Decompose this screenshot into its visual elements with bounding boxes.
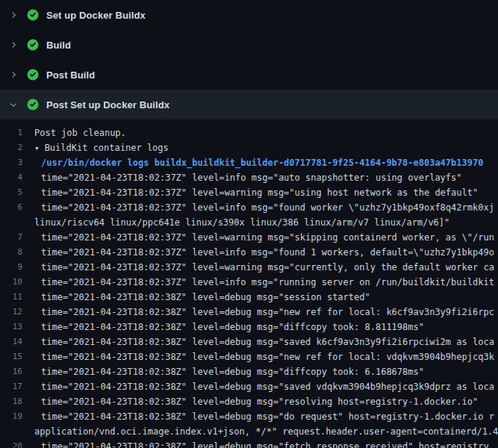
log-text: time="2021-04-23T18:02:37Z" level=info m…: [34, 170, 498, 185]
log-text: time="2021-04-23T18:02:38Z" level=debug …: [34, 335, 498, 349]
step-label: Build: [46, 40, 71, 51]
log-line: 9time="2021-04-23T18:02:37Z" level=warni…: [0, 260, 498, 275]
log-line: 18time="2021-04-23T18:02:38Z" level=debu…: [0, 394, 498, 409]
log-text: time="2021-04-23T18:02:38Z" level=debug …: [34, 290, 498, 305]
chevron-right-icon: [7, 39, 19, 51]
line-number[interactable]: 17: [0, 379, 34, 394]
line-number[interactable]: 15: [0, 349, 34, 364]
log-text: time="2021-04-23T18:02:37Z" level=info m…: [34, 200, 498, 215]
log-text: time="2021-04-23T18:02:38Z" level=debug …: [34, 379, 498, 394]
line-number[interactable]: 2: [0, 140, 34, 155]
log-line: 19time="2021-04-23T18:02:38Z" level=debu…: [0, 409, 498, 424]
group-label: BuildKit container logs: [45, 143, 169, 153]
line-number[interactable]: 18: [0, 394, 34, 409]
line-number[interactable]: 3: [0, 155, 34, 170]
log-line: 12time="2021-04-23T18:02:38Z" level=debu…: [0, 305, 498, 320]
step-header-post-set-up-docker-buildx[interactable]: Post Set up Docker Buildx: [0, 90, 498, 119]
log-line: application/vnd.oci.image.index.v1+json,…: [0, 424, 498, 439]
check-circle-icon: [27, 69, 39, 81]
log-command-text: /usr/bin/docker logs buildx_buildkit_bui…: [34, 155, 498, 170]
group-caret-icon: ▾: [34, 141, 40, 155]
line-number[interactable]: 1: [0, 125, 34, 140]
line-number[interactable]: 9: [0, 260, 34, 275]
log-text: time="2021-04-23T18:02:37Z" level=info m…: [34, 245, 498, 260]
log-group-toggle[interactable]: ▾BuildKit container logs: [34, 140, 498, 155]
check-circle-icon: [27, 9, 39, 21]
check-circle-icon: [27, 39, 39, 51]
line-number[interactable]: 10: [0, 275, 34, 290]
line-number[interactable]: 8: [0, 245, 34, 260]
log-line: 14time="2021-04-23T18:02:38Z" level=debu…: [0, 335, 498, 349]
log-text-wrap: linux/riscv64 linux/ppc641e linux/s390x …: [34, 215, 498, 230]
line-number: [0, 424, 34, 439]
log-line: 17time="2021-04-23T18:02:38Z" level=debu…: [0, 379, 498, 394]
line-number[interactable]: 19: [0, 409, 34, 424]
log-text-wrap: application/vnd.oci.image.index.v1+json,…: [34, 424, 498, 439]
log-line: 10time="2021-04-23T18:02:37Z" level=info…: [0, 275, 498, 290]
chevron-right-icon: [7, 9, 19, 21]
log-text: time="2021-04-23T18:02:38Z" level=debug …: [34, 439, 498, 448]
log-line: 7time="2021-04-23T18:02:37Z" level=warni…: [0, 230, 498, 245]
log-line: 2▾BuildKit container logs: [0, 140, 498, 155]
step-label: Set up Docker Buildx: [46, 10, 146, 21]
log-line: 16time="2021-04-23T18:02:38Z" level=debu…: [0, 364, 498, 379]
chevron-down-icon: [7, 99, 19, 111]
line-number[interactable]: 20: [0, 439, 34, 448]
log-line: 8time="2021-04-23T18:02:37Z" level=info …: [0, 245, 498, 260]
log-text: time="2021-04-23T18:02:37Z" level=info m…: [34, 275, 498, 290]
log-text: time="2021-04-23T18:02:38Z" level=debug …: [34, 409, 498, 424]
log-text: time="2021-04-23T18:02:38Z" level=debug …: [34, 364, 498, 379]
line-number[interactable]: 12: [0, 305, 34, 320]
log-line: 15time="2021-04-23T18:02:38Z" level=debu…: [0, 349, 498, 364]
line-number[interactable]: 16: [0, 364, 34, 379]
log-line: 6time="2021-04-23T18:02:37Z" level=info …: [0, 200, 498, 215]
step-header-post-build[interactable]: Post Build: [0, 60, 498, 90]
chevron-right-icon: [7, 69, 19, 81]
log-line: linux/riscv64 linux/ppc641e linux/s390x …: [0, 215, 498, 230]
log-line: 13time="2021-04-23T18:02:38Z" level=debu…: [0, 320, 498, 335]
log-text: time="2021-04-23T18:02:38Z" level=debug …: [34, 394, 498, 409]
check-circle-icon: [27, 99, 39, 111]
line-number: [0, 215, 34, 230]
line-number[interactable]: 7: [0, 230, 34, 245]
step-label: Post Set up Docker Buildx: [46, 99, 169, 111]
line-number[interactable]: 5: [0, 185, 34, 200]
log-text: time="2021-04-23T18:02:37Z" level=warnin…: [34, 185, 498, 200]
line-number[interactable]: 11: [0, 290, 34, 305]
log-text: Post job cleanup.: [34, 125, 498, 140]
log-line: 11time="2021-04-23T18:02:38Z" level=debu…: [0, 290, 498, 305]
log-panel: 1Post job cleanup.2▾BuildKit container l…: [0, 119, 498, 448]
line-number[interactable]: 4: [0, 170, 34, 185]
step-header-build[interactable]: Build: [0, 30, 498, 60]
log-text: time="2021-04-23T18:02:37Z" level=warnin…: [34, 260, 498, 275]
log-line: 20time="2021-04-23T18:02:38Z" level=debu…: [0, 439, 498, 448]
line-number[interactable]: 14: [0, 335, 34, 349]
log-text: time="2021-04-23T18:02:38Z" level=debug …: [34, 320, 498, 335]
line-number[interactable]: 13: [0, 320, 34, 335]
log-text: time="2021-04-23T18:02:37Z" level=warnin…: [34, 230, 498, 245]
log-line: 5time="2021-04-23T18:02:37Z" level=warni…: [0, 185, 498, 200]
step-label: Post Build: [46, 69, 95, 81]
steps-list: Set up Docker BuildxBuildPost BuildPost …: [0, 0, 498, 119]
step-header-set-up-docker-buildx[interactable]: Set up Docker Buildx: [0, 0, 498, 30]
log-text: time="2021-04-23T18:02:38Z" level=debug …: [34, 349, 498, 364]
log-text: time="2021-04-23T18:02:38Z" level=debug …: [34, 305, 498, 320]
line-number[interactable]: 6: [0, 200, 34, 215]
actions-log-viewer: Set up Docker BuildxBuildPost BuildPost …: [0, 0, 498, 448]
log-line: 1Post job cleanup.: [0, 125, 498, 140]
log-line: 3/usr/bin/docker logs buildx_buildkit_bu…: [0, 155, 498, 170]
log-line: 4time="2021-04-23T18:02:37Z" level=info …: [0, 170, 498, 185]
